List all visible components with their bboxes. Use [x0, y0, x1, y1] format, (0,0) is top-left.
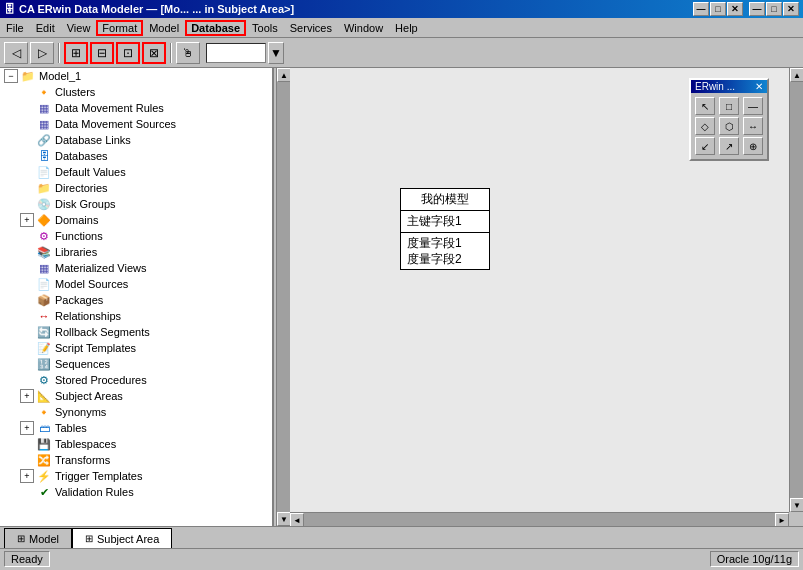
canvas-scrollbar-v[interactable]: ▲ ▼ — [789, 68, 803, 512]
domains-expand[interactable]: + — [20, 213, 34, 227]
tree-item-tablespaces[interactable]: 💾 Tablespaces — [0, 436, 272, 452]
menu-window[interactable]: Window — [338, 20, 389, 36]
tree-panel-wrapper: − 📁 Model_1 🔸 Clusters ▦ Data Movement R… — [0, 68, 290, 526]
erwin-tool-plus[interactable]: ⊕ — [743, 137, 763, 155]
app-icon: 🗄 — [4, 3, 15, 15]
tree-item-data-movement-sources[interactable]: ▦ Data Movement Sources — [0, 116, 272, 132]
menu-view[interactable]: View — [61, 20, 97, 36]
erwin-tool-arrow-ne[interactable]: ↗ — [719, 137, 739, 155]
transforms-icon: 🔀 — [36, 453, 52, 467]
canvas-scroll-up[interactable]: ▲ — [790, 68, 803, 82]
toolbar-back[interactable]: ◁ — [4, 42, 28, 64]
erwin-tool-arrow-sw[interactable]: ↙ — [695, 137, 715, 155]
databases-icon: 🗄 — [36, 149, 52, 163]
tree-item-libraries[interactable]: 📚 Libraries — [0, 244, 272, 260]
toolbar-dropdown[interactable]: ▼ — [268, 42, 284, 64]
tables-expand[interactable]: + — [20, 421, 34, 435]
inner-maximize-button[interactable]: □ — [766, 2, 782, 16]
tree-item-default-values[interactable]: 📄 Default Values — [0, 164, 272, 180]
tree-item-disk-groups[interactable]: 💿 Disk Groups — [0, 196, 272, 212]
maximize-button[interactable]: □ — [710, 2, 726, 16]
toolbar-save[interactable]: ⊡ — [116, 42, 140, 64]
erwin-toolbar-close[interactable]: ✕ — [755, 81, 763, 92]
inner-minimize-button[interactable]: — — [749, 2, 765, 16]
validation-rules-label: Validation Rules — [55, 486, 134, 498]
data-movement-rules-label: Data Movement Rules — [55, 102, 164, 114]
menu-model[interactable]: Model — [143, 20, 185, 36]
tree-scroll-up[interactable]: ▲ — [277, 68, 290, 82]
canvas-scroll-down[interactable]: ▼ — [790, 498, 803, 512]
minimize-button[interactable]: — — [693, 2, 709, 16]
toolbar-open[interactable]: ⊟ — [90, 42, 114, 64]
canvas-scroll-right[interactable]: ► — [775, 513, 789, 526]
tree-scroll-track[interactable] — [277, 82, 290, 512]
tab-model[interactable]: ⊞ Model — [4, 528, 72, 548]
tree-scroll-down[interactable]: ▼ — [277, 512, 290, 526]
main-content: − 📁 Model_1 🔸 Clusters ▦ Data Movement R… — [0, 68, 803, 526]
tree-item-clusters[interactable]: 🔸 Clusters — [0, 84, 272, 100]
tree-item-script-templates[interactable]: 📝 Script Templates — [0, 340, 272, 356]
subject-areas-expand[interactable]: + — [20, 389, 34, 403]
title-bar-buttons: — □ ✕ — □ ✕ — [693, 2, 799, 16]
tree-item-rollback-segments[interactable]: 🔄 Rollback Segments — [0, 324, 272, 340]
erwin-tool-hex[interactable]: ⬡ — [719, 117, 739, 135]
toolbar-extra[interactable]: 🖱 — [176, 42, 200, 64]
erwin-tool-line[interactable]: — — [743, 97, 763, 115]
close-button[interactable]: ✕ — [727, 2, 743, 16]
erwin-tool-diamond[interactable]: ◇ — [695, 117, 715, 135]
toolbar-forward[interactable]: ▷ — [30, 42, 54, 64]
tree-item-trigger-templates[interactable]: + ⚡ Trigger Templates — [0, 468, 272, 484]
canvas-scroll-htrack[interactable] — [304, 513, 775, 526]
status-ready: Ready — [4, 551, 50, 567]
tree-item-domains[interactable]: + 🔶 Domains — [0, 212, 272, 228]
menu-bar: File Edit View Format Model Database Too… — [0, 18, 803, 38]
tab-subject-area[interactable]: ⊞ Subject Area — [72, 528, 172, 548]
tree-item-transforms[interactable]: 🔀 Transforms — [0, 452, 272, 468]
status-oracle: Oracle 10g/11g — [710, 551, 799, 567]
tree-item-model-sources[interactable]: 📄 Model Sources — [0, 276, 272, 292]
canvas-scroll-vtrack[interactable] — [790, 82, 803, 498]
tree-item-sequences[interactable]: 🔢 Sequences — [0, 356, 272, 372]
canvas-area[interactable]: 我的模型 主键字段1 度量字段1 度量字段2 ERwin ... ✕ ↖ □ — [290, 68, 789, 512]
toolbar-print[interactable]: ⊠ — [142, 42, 166, 64]
status-bar: Ready Oracle 10g/11g — [0, 548, 803, 568]
menu-tools[interactable]: Tools — [246, 20, 284, 36]
tree-scrollbar[interactable]: ▲ ▼ — [276, 68, 290, 526]
tree-item-synonyms[interactable]: 🔸 Synonyms — [0, 404, 272, 420]
tree-item-data-movement-rules[interactable]: ▦ Data Movement Rules — [0, 100, 272, 116]
menu-format[interactable]: Format — [96, 20, 143, 36]
inner-close-button[interactable]: ✕ — [783, 2, 799, 16]
canvas-scrollbar-h[interactable]: ◄ ► — [290, 512, 789, 526]
tree-item-subject-areas[interactable]: + 📐 Subject Areas — [0, 388, 272, 404]
canvas-scroll-left[interactable]: ◄ — [290, 513, 304, 526]
tree-root-expand[interactable]: − — [4, 69, 18, 83]
tree-item-directories[interactable]: 📁 Directories — [0, 180, 272, 196]
tree-item-stored-procedures[interactable]: ⚙ Stored Procedures — [0, 372, 272, 388]
trigger-templates-icon: ⚡ — [36, 469, 52, 483]
erwin-tool-rel[interactable]: ↔ — [743, 117, 763, 135]
tree-item-validation-rules[interactable]: ✔ Validation Rules — [0, 484, 272, 500]
menu-file[interactable]: File — [0, 20, 30, 36]
tree-root[interactable]: − 📁 Model_1 — [0, 68, 272, 84]
menu-database[interactable]: Database — [185, 20, 246, 36]
entity-box[interactable]: 我的模型 主键字段1 度量字段1 度量字段2 — [400, 188, 490, 270]
erwin-tool-cursor[interactable]: ↖ — [695, 97, 715, 115]
libraries-label: Libraries — [55, 246, 97, 258]
tree-item-databases[interactable]: 🗄 Databases — [0, 148, 272, 164]
toolbar: ◁ ▷ ⊞ ⊟ ⊡ ⊠ 🖱 ▼ — [0, 38, 803, 68]
tree-item-database-links[interactable]: 🔗 Database Links — [0, 132, 272, 148]
tree-item-materialized-views[interactable]: ▦ Materialized Views — [0, 260, 272, 276]
trigger-templates-expand[interactable]: + — [20, 469, 34, 483]
tree-item-functions[interactable]: ⚙ Functions — [0, 228, 272, 244]
menu-edit[interactable]: Edit — [30, 20, 61, 36]
tree-item-tables[interactable]: + 🗃 Tables — [0, 420, 272, 436]
toolbar-sep1 — [58, 43, 60, 63]
tree-item-relationships[interactable]: ↔ Relationships — [0, 308, 272, 324]
erwin-tool-entity[interactable]: □ — [719, 97, 739, 115]
toolbar-new[interactable]: ⊞ — [64, 42, 88, 64]
menu-help[interactable]: Help — [389, 20, 424, 36]
menu-services[interactable]: Services — [284, 20, 338, 36]
erwin-toolbar-title[interactable]: ERwin ... ✕ — [691, 80, 767, 93]
tree-item-packages[interactable]: 📦 Packages — [0, 292, 272, 308]
toolbar-input[interactable] — [206, 43, 266, 63]
